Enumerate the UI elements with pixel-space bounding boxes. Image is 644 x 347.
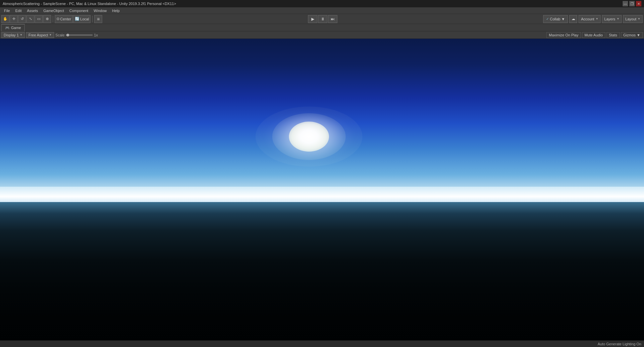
layers-dropdown[interactable]: Layers ▼	[602, 15, 622, 23]
game-tab-icon: 🎮	[5, 26, 10, 30]
aspect-arrow: ▼	[49, 33, 52, 36]
layers-toggle-button[interactable]: ≡	[94, 15, 102, 23]
toolbar: ✋ ✛ ↺ ⤡ ▭ ⊕ ⊙ Center 🔄 Local ≡ ▶ ⏸ ⏭ ✓ C…	[0, 14, 644, 24]
rotate-tool-button[interactable]: ↺	[18, 15, 26, 23]
aspect-dropdown[interactable]: Free Aspect ▼	[26, 32, 54, 38]
account-dropdown[interactable]: Account ▼	[579, 15, 601, 23]
cloud-icon: ☁	[572, 17, 575, 21]
display-dropdown[interactable]: Display 1 ▼	[1, 32, 25, 38]
game-tab[interactable]: 🎮 Game	[1, 24, 25, 31]
menu-window[interactable]: Window	[91, 7, 109, 14]
local-button[interactable]: 🔄 Local	[73, 15, 91, 23]
menu-help[interactable]: Help	[109, 7, 122, 14]
gizmos-button[interactable]: Gizmos ▼	[621, 32, 643, 38]
scale-value: 1x	[94, 33, 98, 37]
separator-1	[53, 16, 53, 22]
collab-button[interactable]: ✓ Collab ▼	[543, 15, 568, 23]
menu-component[interactable]: Component	[66, 7, 91, 14]
collab-checkmark: ✓	[546, 17, 549, 21]
layout-dropdown-arrow: ▼	[638, 17, 640, 20]
scale-slider-handle	[66, 34, 69, 36]
scale-label: Scale	[55, 33, 65, 37]
step-button[interactable]: ⏭	[328, 15, 337, 23]
menu-edit[interactable]: Edit	[13, 7, 24, 14]
game-tab-label: Game	[11, 26, 21, 30]
play-button[interactable]: ▶	[308, 15, 317, 23]
pivot-group: ⊙ Center 🔄 Local	[55, 15, 91, 23]
maximize-on-play-button[interactable]: Maximize On Play	[546, 32, 581, 38]
game-toolbar-right: Maximize On Play Mute Audio Stats Gizmos…	[546, 32, 643, 38]
menu-bar: File Edit Assets GameObject Component Wi…	[0, 7, 644, 14]
toolbar-right: ✓ Collab ▼ ☁ Account ▼ Layers ▼ Layout ▼	[543, 15, 643, 23]
move-tool-button[interactable]: ✛	[10, 15, 18, 23]
minimize-button[interactable]: —	[623, 1, 628, 6]
stats-button[interactable]: Stats	[607, 32, 620, 38]
game-viewport	[0, 39, 644, 347]
layers-label: Layers	[604, 17, 615, 21]
scene-canvas	[0, 39, 644, 347]
window-title: AtmosphericScattering - SampleScene - PC…	[3, 2, 623, 6]
center-label: Center	[60, 17, 71, 21]
ground	[0, 202, 644, 347]
game-toolbar: Display 1 ▼ Free Aspect ▼ Scale 1x Maxim…	[0, 31, 644, 39]
cloud-button[interactable]: ☁	[569, 15, 577, 23]
rect-tool-button[interactable]: ▭	[35, 15, 43, 23]
layout-label: Layout	[625, 17, 636, 21]
menu-file[interactable]: File	[1, 7, 13, 14]
local-icon: 🔄	[75, 17, 79, 21]
layout-dropdown[interactable]: Layout ▼	[623, 15, 643, 23]
auto-generate-label: Auto Generate Lighting On	[598, 342, 641, 346]
display-label: Display 1	[4, 33, 19, 37]
aspect-label: Free Aspect	[28, 33, 48, 37]
hand-tool-button[interactable]: ✋	[1, 15, 9, 23]
restore-button[interactable]: ❐	[629, 1, 635, 6]
title-bar: AtmosphericScattering - SampleScene - PC…	[0, 0, 644, 7]
center-button[interactable]: ⊙ Center	[55, 15, 73, 23]
scale-group: Scale 1x	[55, 33, 98, 37]
window-controls: — ❐ ✕	[623, 1, 641, 6]
pause-button[interactable]: ⏸	[318, 15, 327, 23]
layers-dropdown-arrow: ▼	[617, 17, 619, 20]
display-arrow: ▼	[20, 33, 22, 36]
account-label: Account	[581, 17, 594, 21]
tab-bar: 🎮 Game	[0, 24, 644, 31]
account-dropdown-arrow: ▼	[596, 17, 598, 20]
menu-gameobject[interactable]: GameObject	[41, 7, 67, 14]
scale-tool-button[interactable]: ⤡	[26, 15, 34, 23]
close-button[interactable]: ✕	[636, 1, 641, 6]
play-controls: ▶ ⏸ ⏭	[103, 15, 542, 23]
sun-core	[289, 122, 329, 152]
separator-2	[92, 16, 93, 22]
mute-audio-button[interactable]: Mute Audio	[582, 32, 605, 38]
transform-tool-button[interactable]: ⊕	[43, 15, 51, 23]
local-label: Local	[80, 17, 89, 21]
sun-container	[256, 107, 362, 167]
scale-slider[interactable]	[66, 34, 93, 36]
tool-group: ✋ ✛ ↺ ⤡ ▭ ⊕	[1, 15, 51, 23]
main-content: Auto Generate Lighting On	[0, 39, 644, 347]
collab-label: Collab ▼	[550, 17, 565, 21]
menu-assets[interactable]: Assets	[24, 7, 41, 14]
center-icon: ⊙	[56, 17, 59, 21]
status-bar: Auto Generate Lighting On	[0, 340, 644, 347]
